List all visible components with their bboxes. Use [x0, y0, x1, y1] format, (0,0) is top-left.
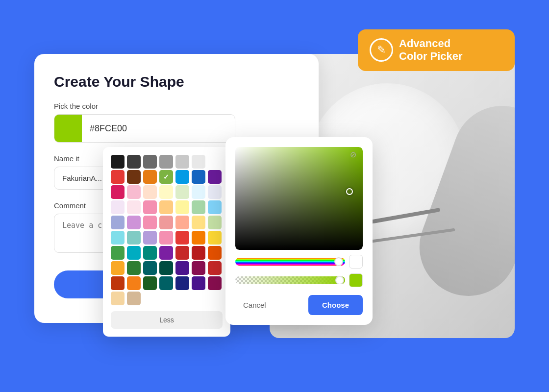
swatch-cell[interactable] [111, 185, 125, 199]
swatch-cell[interactable] [192, 200, 205, 214]
swatch-cell[interactable] [143, 231, 157, 245]
swatch-cell[interactable] [192, 231, 205, 245]
color-swatch-preview[interactable] [54, 115, 82, 142]
swatch-cell[interactable] [127, 170, 141, 184]
swatch-cell[interactable] [208, 155, 222, 169]
badge-title: Advanced Color Picker [399, 37, 463, 63]
gradient-canvas [235, 147, 363, 250]
swatch-cell[interactable] [143, 246, 157, 260]
swatch-cell[interactable] [175, 246, 189, 260]
swatch-cell[interactable] [127, 276, 141, 290]
swatch-cell[interactable] [159, 231, 173, 245]
swatch-cell[interactable] [208, 216, 222, 229]
hue-swatch-box [349, 255, 363, 269]
color-hex-input[interactable] [82, 123, 235, 134]
swatch-cell[interactable] [192, 185, 205, 199]
less-button[interactable]: Less [111, 311, 223, 329]
swatch-cell[interactable] [127, 155, 141, 169]
swatch-cell[interactable] [143, 200, 157, 214]
swatch-cell[interactable] [192, 216, 205, 229]
swatch-cell[interactable] [127, 261, 141, 275]
swatch-cell[interactable] [208, 231, 222, 245]
swatch-cell[interactable] [127, 292, 141, 305]
picker-cursor[interactable] [346, 188, 353, 195]
swatch-cell[interactable] [159, 185, 173, 199]
swatch-cell[interactable] [159, 200, 173, 214]
alpha-thumb[interactable] [335, 276, 344, 284]
swatch-cell[interactable] [111, 261, 125, 275]
swatch-cell[interactable] [127, 185, 141, 199]
swatch-cell[interactable] [111, 200, 125, 214]
swatch-cell[interactable] [111, 292, 125, 305]
swatch-cell[interactable] [208, 200, 222, 214]
badge-icon: ✎ [370, 38, 393, 62]
gradient-canvas-wrapper[interactable]: ⊘ [235, 147, 363, 250]
swatch-cell[interactable] [175, 261, 189, 275]
swatch-cell[interactable] [143, 216, 157, 229]
swatch-grid [111, 155, 223, 305]
alpha-strip[interactable] [235, 276, 345, 284]
swatch-cell[interactable] [159, 155, 173, 169]
swatch-cell[interactable] [208, 261, 222, 275]
swatch-cell[interactable] [143, 170, 157, 184]
pencil-icon: ✎ [377, 44, 386, 56]
swatch-cell[interactable] [175, 231, 189, 245]
swatch-cell[interactable] [111, 170, 125, 184]
swatch-cell[interactable] [208, 246, 222, 260]
swatch-cell[interactable] [127, 216, 141, 229]
alpha-row[interactable] [235, 273, 363, 287]
swatch-cell[interactable] [175, 155, 189, 169]
swatch-cell[interactable] [127, 246, 141, 260]
advanced-color-picker-badge: ✎ Advanced Color Picker [358, 29, 515, 71]
swatch-cell[interactable] [192, 276, 205, 290]
swatch-cell[interactable] [208, 276, 222, 290]
no-color-icon[interactable]: ⊘ [350, 150, 360, 160]
swatch-cell[interactable] [159, 216, 173, 229]
picker-actions: Cancel Choose [235, 295, 363, 315]
swatch-cell[interactable] [127, 200, 141, 214]
swatch-cell[interactable] [111, 276, 125, 290]
swatch-cell[interactable] [143, 155, 157, 169]
swatch-cell[interactable] [143, 185, 157, 199]
swatch-cell[interactable] [208, 185, 222, 199]
swatch-cell[interactable] [208, 170, 222, 184]
swatch-cell[interactable] [111, 231, 125, 245]
swatch-cell[interactable] [175, 200, 189, 214]
swatch-cell[interactable] [159, 261, 173, 275]
card-title: Create Your Shape [54, 74, 299, 90]
swatch-cell[interactable] [159, 170, 173, 184]
swatch-cell[interactable] [143, 261, 157, 275]
hue-thumb[interactable] [334, 257, 343, 266]
swatch-cell[interactable] [127, 231, 141, 245]
swatch-cell[interactable] [159, 276, 173, 290]
pick-color-label: Pick the color [54, 102, 299, 110]
swatch-cell[interactable] [111, 246, 125, 260]
swatch-cell[interactable] [143, 276, 157, 290]
swatch-panel: Less [103, 147, 230, 337]
swatch-cell[interactable] [111, 216, 125, 229]
swatch-cell[interactable] [192, 170, 205, 184]
swatch-cell[interactable] [175, 185, 189, 199]
advanced-color-panel: ⊘ Cancel Choose [225, 137, 373, 325]
swatch-cell[interactable] [175, 276, 189, 290]
cancel-button[interactable]: Cancel [235, 296, 274, 314]
color-input-row[interactable] [54, 114, 235, 143]
swatch-cell[interactable] [192, 155, 205, 169]
swatch-cell[interactable] [192, 261, 205, 275]
swatch-cell[interactable] [192, 246, 205, 260]
swatch-cell[interactable] [159, 246, 173, 260]
swatch-cell[interactable] [175, 216, 189, 229]
hue-strip[interactable] [235, 258, 345, 266]
swatch-cell[interactable] [111, 155, 125, 169]
swatch-cell[interactable] [175, 170, 189, 184]
hue-slider-wrapper[interactable] [235, 255, 363, 269]
alpha-swatch-box [349, 273, 363, 287]
choose-button[interactable]: Choose [308, 295, 363, 315]
